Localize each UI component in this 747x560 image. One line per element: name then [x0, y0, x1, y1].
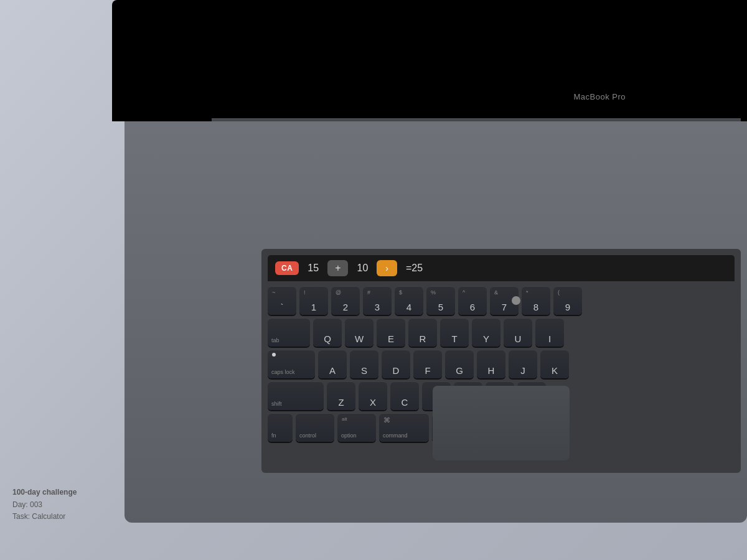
key-command[interactable]: ⌘ command — [379, 413, 429, 442]
key-t[interactable]: T — [440, 318, 469, 347]
key-3[interactable]: # 3 — [363, 286, 392, 315]
key-7[interactable]: & 7 — [490, 286, 519, 315]
key-z[interactable]: Z — [327, 381, 355, 410]
trackpad[interactable] — [433, 386, 570, 460]
key-a[interactable]: A — [318, 350, 347, 378]
touch-bar-num2: 10 — [357, 263, 368, 274]
key-u[interactable]: U — [504, 318, 532, 347]
key-8[interactable]: * 8 — [522, 286, 550, 315]
touch-bar: CA 15 + 10 › =25 — [268, 255, 735, 281]
key-2[interactable]: @ 2 — [331, 286, 360, 315]
key-r[interactable]: R — [408, 318, 437, 347]
caps-lock-indicator — [272, 353, 276, 357]
touch-bar-ca[interactable]: CA — [275, 261, 299, 275]
macbook-label: MacBook Pro — [573, 92, 626, 101]
key-row-numbers: ~ ` ! 1 @ 2 # 3 $ 4 — [268, 286, 735, 315]
key-i[interactable]: I — [535, 318, 564, 347]
key-c[interactable]: C — [390, 381, 419, 410]
key-d[interactable]: D — [382, 350, 410, 378]
touch-bar-arrow[interactable]: › — [377, 260, 397, 276]
key-g[interactable]: G — [445, 350, 474, 378]
day-label: Day: 003 — [12, 499, 77, 511]
key-k[interactable]: K — [540, 350, 569, 378]
key-9[interactable]: ( 9 — [553, 286, 582, 315]
key-control[interactable]: control — [296, 413, 334, 442]
touch-bar-result: =25 — [406, 263, 423, 274]
task-label: Task: Calculator — [12, 511, 77, 523]
key-4[interactable]: $ 4 — [395, 286, 423, 315]
keyboard-area: CA 15 + 10 › =25 ~ ` ! 1 @ — [261, 249, 741, 473]
key-caps-lock[interactable]: caps lock — [268, 350, 315, 378]
key-e[interactable]: E — [377, 318, 405, 347]
key-h[interactable]: H — [477, 350, 505, 378]
key-5[interactable]: % 5 — [426, 286, 455, 315]
key-tilde[interactable]: ~ ` — [268, 286, 296, 315]
key-x[interactable]: X — [359, 381, 387, 410]
info-panel: 100-day challenge Day: 003 Task: Calcula… — [12, 487, 77, 523]
challenge-label: 100-day challenge — [12, 487, 77, 498]
key-row-asdf: caps lock A S D F G H J K — [268, 350, 735, 378]
key-w[interactable]: W — [345, 318, 374, 347]
key-y[interactable]: Y — [472, 318, 500, 347]
key-fn[interactable]: fn — [268, 413, 293, 442]
key-f[interactable]: F — [413, 350, 442, 378]
touch-bar-operator[interactable]: + — [327, 260, 348, 276]
key-tab[interactable]: tab — [268, 318, 310, 347]
command-symbol: ⌘ — [383, 416, 390, 424]
key-option[interactable]: alt option — [337, 413, 376, 442]
laptop-body: CA 15 + 10 › =25 ~ ` ! 1 @ — [125, 121, 747, 523]
key-j[interactable]: J — [509, 350, 537, 378]
key-q[interactable]: Q — [313, 318, 342, 347]
macbook-screen — [112, 0, 747, 121]
key-6[interactable]: ^ 6 — [458, 286, 487, 315]
key-1[interactable]: ! 1 — [299, 286, 328, 315]
touch-bar-num1: 15 — [308, 263, 319, 274]
key-s[interactable]: S — [350, 350, 378, 378]
key-row-qwerty: tab Q W E R T Y U I — [268, 318, 735, 347]
key-shift[interactable]: shift — [268, 381, 324, 410]
